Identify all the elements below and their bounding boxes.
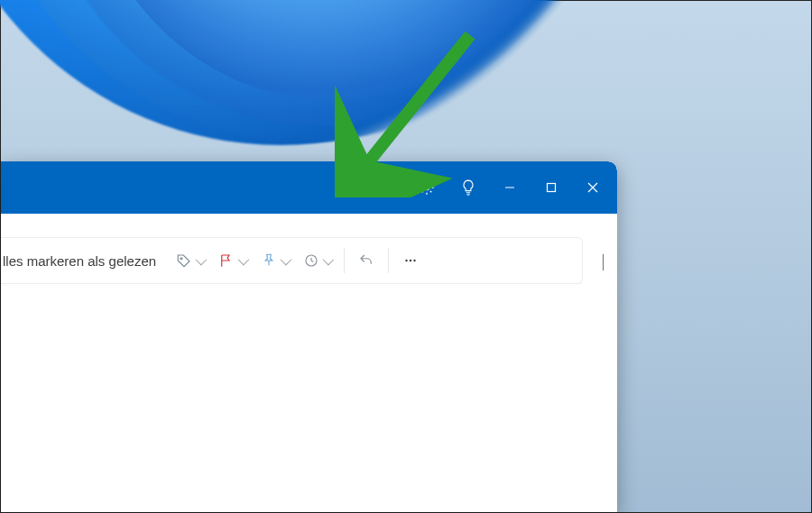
maximize-icon <box>546 182 557 193</box>
ribbon-area: lles markeren als gelezen <box>1 214 617 284</box>
titlebar <box>1 161 617 214</box>
settings-button[interactable] <box>406 161 448 214</box>
calendar-check-button[interactable] <box>364 161 406 214</box>
clock-icon <box>303 252 319 269</box>
tag-button[interactable] <box>169 238 211 283</box>
lightbulb-icon <box>460 179 476 197</box>
desktop-background: lles markeren als gelezen <box>0 0 812 513</box>
chevron-down-icon <box>281 253 292 265</box>
calendar-check-icon <box>376 179 394 197</box>
more-options-button[interactable] <box>394 238 427 283</box>
app-window: lles markeren als gelezen <box>1 161 617 512</box>
tag-icon <box>176 252 192 269</box>
maximize-button[interactable] <box>531 161 572 214</box>
chevron-down-icon <box>323 253 335 265</box>
undo-button[interactable] <box>350 238 383 283</box>
more-icon <box>401 252 420 269</box>
tips-button[interactable] <box>448 161 489 214</box>
pin-icon <box>261 252 277 269</box>
svg-point-7 <box>413 260 415 261</box>
undo-icon <box>357 252 375 269</box>
svg-rect-2 <box>548 184 556 192</box>
snooze-button[interactable] <box>296 238 338 283</box>
collapse-ribbon-button[interactable] <box>601 254 604 270</box>
chevron-down-icon <box>238 253 250 265</box>
ribbon: lles markeren als gelezen <box>1 237 583 284</box>
chevron-down-icon <box>603 254 604 270</box>
mark-all-read-button[interactable]: lles markeren als gelezen <box>1 253 169 269</box>
divider <box>344 248 345 273</box>
close-button[interactable] <box>572 161 614 214</box>
pin-button[interactable] <box>254 238 296 283</box>
svg-point-6 <box>410 260 411 261</box>
minimize-button[interactable] <box>489 161 531 214</box>
divider <box>388 248 389 273</box>
flag-icon <box>218 252 235 269</box>
minimize-icon <box>504 182 515 193</box>
close-icon <box>587 182 598 193</box>
svg-point-5 <box>405 260 407 261</box>
gear-icon <box>418 179 436 197</box>
svg-point-3 <box>180 258 182 260</box>
svg-point-1 <box>424 185 429 189</box>
flag-button[interactable] <box>211 238 254 283</box>
chevron-down-icon <box>196 253 208 265</box>
